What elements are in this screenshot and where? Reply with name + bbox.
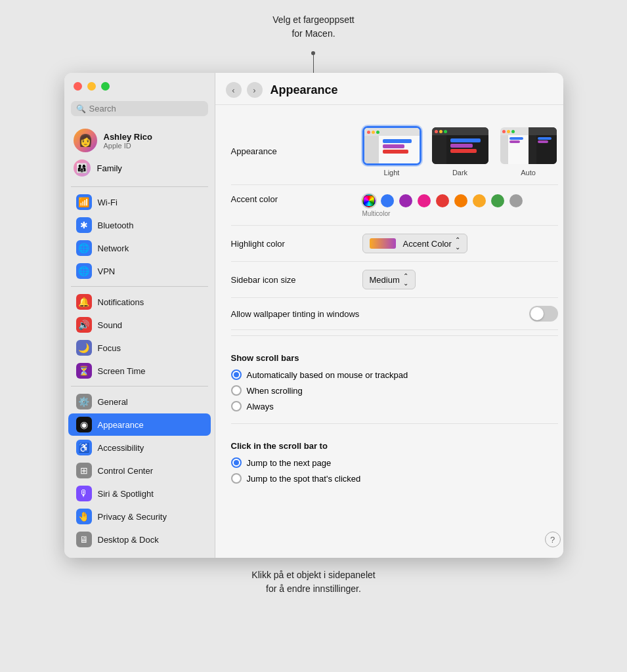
user-name: Ashley Rico [104, 132, 152, 142]
auto-thumb-img[interactable] [499, 126, 558, 165]
appearance-options: Light [362, 126, 558, 177]
sidebar-item-general[interactable]: ⚙️ General [68, 390, 211, 413]
click-spot-radio[interactable] [231, 473, 242, 484]
appearance-row: Appearance [231, 118, 558, 185]
scroll-when-scrolling-option[interactable]: When scrolling [231, 385, 558, 396]
wallpaper-tinting-control [362, 306, 558, 322]
network-icon: 🌐 [76, 240, 92, 256]
sidebar-icon-size-label: Sidebar icon size [231, 275, 362, 285]
divider-1 [71, 186, 208, 187]
siri-icon: 🎙 [76, 486, 92, 501]
back-button[interactable]: ‹ [226, 82, 242, 98]
sidebar-item-sound[interactable]: 🔊 Sound [68, 314, 211, 336]
sidebar-item-screen-time[interactable]: ⏳ Screen Time [68, 360, 211, 382]
sidebar-label-appearance: Appearance [98, 420, 144, 430]
accent-multicolor[interactable] [362, 194, 376, 207]
click-next-page-option[interactable]: Jump to the next page [231, 457, 558, 468]
click-scroll-radio-group: Jump to the next page Jump to the spot t… [231, 455, 558, 486]
accent-red[interactable] [436, 194, 449, 207]
highlight-color-dropdown[interactable]: Accent Color ⌃⌄ [362, 234, 467, 253]
forward-button[interactable]: › [247, 82, 263, 98]
section-divider-2 [231, 423, 558, 424]
sidebar-item-privacy[interactable]: 🤚 Privacy & Security [68, 505, 211, 528]
scroll-always-radio[interactable] [231, 401, 242, 411]
sidebar-icon-size-dropdown[interactable]: Medium ⌃⌄ [362, 270, 416, 289]
maximize-button[interactable] [101, 82, 110, 91]
search-input[interactable] [89, 104, 203, 114]
multicolor-dot[interactable] [362, 194, 376, 207]
accent-yellow[interactable] [473, 194, 486, 207]
sidebar-item-appearance[interactable]: ◉ Appearance [68, 413, 211, 436]
scroll-auto-option[interactable]: Automatically based on mouse or trackpad [231, 369, 558, 380]
dark-thumb-img[interactable] [431, 126, 490, 165]
sidebar-item-accessibility[interactable]: ♿ Accessibility [68, 436, 211, 459]
sidebar-item-wifi[interactable]: 📶 Wi-Fi [68, 191, 211, 213]
sidebar-item-control-center[interactable]: ⊞ Control Center [68, 459, 211, 482]
sidebar-label-notifications: Notifications [98, 297, 144, 307]
sidebar-label-siri: Siri & Spotlight [98, 489, 154, 499]
appearance-row-label: Appearance [231, 146, 362, 156]
sidebar-item-siri[interactable]: 🎙 Siri & Spotlight [68, 482, 211, 505]
sidebar-label-privacy: Privacy & Security [98, 512, 167, 522]
highlight-swatch [370, 238, 396, 249]
wallpaper-tinting-toggle[interactable] [529, 306, 558, 322]
bluetooth-icon: ✱ [76, 217, 92, 233]
accessibility-icon: ♿ [76, 440, 92, 455]
sidebar-label-general: General [98, 397, 128, 407]
click-spot-label: Jump to the spot that's clicked [247, 474, 361, 484]
tooltip-top: Velg et fargeoppsett for Macen. [272, 13, 355, 41]
scroll-always-option[interactable]: Always [231, 401, 558, 411]
accent-purple[interactable] [399, 194, 412, 207]
section-divider-1 [231, 335, 558, 336]
help-button[interactable]: ? [545, 532, 561, 547]
main-content-wrapper: Appearance [215, 105, 563, 558]
light-thumb-img[interactable] [362, 126, 422, 165]
sidebar-label-wifi: Wi-Fi [98, 198, 118, 207]
sidebar-label-vpn: VPN [98, 266, 116, 276]
sidebar-item-focus[interactable]: 🌙 Focus [68, 337, 211, 359]
sidebar-list: 👩 Ashley Rico Apple ID 👨‍👩‍👧 Family 📶 Wi… [64, 123, 215, 558]
user-section: 👩 Ashley Rico Apple ID 👨‍👩‍👧 Family [64, 123, 215, 182]
sidebar-item-desktop-dock[interactable]: 🖥 Desktop & Dock [68, 528, 211, 551]
sidebar-item-network[interactable]: 🌐 Network [68, 237, 211, 259]
tooltip-bottom: Klikk på et objekt i sidepaneletfor å en… [251, 568, 375, 596]
accent-colors [362, 194, 523, 207]
scroll-when-scrolling-radio[interactable] [231, 385, 242, 396]
scroll-bars-section: Show scroll bars Automatically based on … [231, 341, 558, 418]
scroll-always-label: Always [247, 402, 274, 411]
chevron-updown-icon-2: ⌃⌄ [403, 272, 408, 287]
sidebar-item-notifications[interactable]: 🔔 Notifications [68, 291, 211, 313]
accent-orange[interactable] [454, 194, 467, 207]
control-center-icon: ⊞ [76, 463, 92, 478]
search-icon: 🔍 [76, 104, 86, 114]
appearance-dark[interactable]: Dark [431, 126, 490, 177]
accent-pink[interactable] [418, 194, 431, 207]
highlight-color-row: Highlight color Accent Color ⌃⌄ [231, 226, 558, 262]
accent-colors-control: Multicolor [362, 194, 558, 217]
page-title: Appearance [270, 83, 338, 97]
accent-green[interactable] [491, 194, 504, 207]
accent-blue[interactable] [381, 194, 394, 207]
sidebar-label-accessibility: Accessibility [98, 443, 144, 453]
scroll-auto-radio[interactable] [231, 369, 242, 380]
vpn-icon: 🌐 [76, 263, 92, 279]
family-row[interactable]: 👨‍👩‍👧 Family [72, 156, 208, 180]
sidebar-icon-size-value: Medium [370, 275, 400, 285]
user-row[interactable]: 👩 Ashley Rico Apple ID [72, 125, 208, 156]
appearance-light[interactable]: Light [362, 126, 422, 177]
sidebar-item-vpn[interactable]: 🌐 VPN [68, 260, 211, 282]
click-spot-option[interactable]: Jump to the spot that's clicked [231, 473, 558, 484]
accent-graphite[interactable] [509, 194, 523, 207]
click-next-page-radio[interactable] [231, 457, 242, 468]
sidebar: 🔍 👩 Ashley Rico Apple ID 👨‍👩‍👧 Family [64, 73, 215, 558]
click-scroll-title: Click in the scroll bar to [231, 441, 558, 451]
search-bar[interactable]: 🔍 [71, 101, 208, 116]
close-button[interactable] [74, 82, 82, 91]
sidebar-icon-size-control: Medium ⌃⌄ [362, 270, 558, 289]
minimize-button[interactable] [87, 82, 96, 91]
show-scroll-bars-title: Show scroll bars [231, 353, 558, 363]
sidebar-item-bluetooth[interactable]: ✱ Bluetooth [68, 214, 211, 236]
appearance-auto[interactable]: Auto [499, 126, 558, 177]
desktop-dock-icon: 🖥 [76, 532, 92, 547]
sidebar-label-sound: Sound [98, 320, 123, 330]
